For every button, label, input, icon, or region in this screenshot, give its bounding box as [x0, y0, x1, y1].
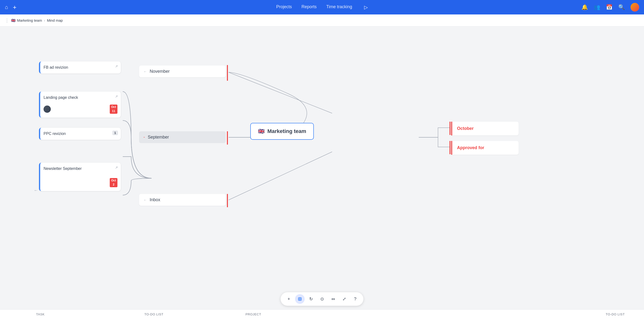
- toolbar-fullscreen[interactable]: ⤢: [339, 294, 349, 304]
- play-icon[interactable]: ▷: [364, 4, 368, 10]
- fb-ad-arrow[interactable]: ↗: [115, 64, 118, 68]
- september-node[interactable]: - September: [139, 131, 226, 143]
- header-left: ⌂ +: [5, 4, 16, 11]
- team-flag: 🇬🇧: [11, 18, 16, 23]
- header-nav: Projects Reports Time tracking ▷: [276, 4, 368, 10]
- inbox-label: Inbox: [150, 197, 160, 202]
- september-dash: -: [144, 135, 145, 140]
- add-button[interactable]: +: [13, 4, 16, 11]
- label-todo1: TO-DO LIST: [144, 312, 164, 316]
- toolbar: + ↻ ⊙ ⇔ ⤢ ?: [280, 292, 364, 306]
- newsletter-footer: Oct 2: [44, 178, 118, 187]
- october-label: October: [457, 126, 474, 131]
- landing-page-avatar: [44, 106, 51, 113]
- breadcrumb-current: Mind map: [47, 18, 63, 23]
- notification-icon[interactable]: 🔔: [582, 4, 588, 10]
- approved-label: Approved for: [457, 145, 484, 150]
- newsletter-title: Newsletter September: [44, 166, 118, 171]
- inbox-node[interactable]: ← Inbox: [139, 194, 226, 206]
- breadcrumb-separator: ›: [44, 19, 45, 23]
- landing-page-arrow[interactable]: ↗: [115, 94, 118, 98]
- toolbar-redo[interactable]: ↻: [306, 294, 316, 304]
- nav-time-tracking[interactable]: Time tracking: [326, 4, 352, 10]
- november-back-arrow: ←: [144, 70, 147, 74]
- newsletter-card[interactable]: ↗ Newsletter September Oct 2: [39, 163, 121, 191]
- ppc-card[interactable]: PPC revizion 1: [39, 128, 121, 140]
- landing-page-footer: Oct 11: [44, 105, 118, 114]
- breadcrumb: ⋮ 🇬🇧 Marketing team › Mind map: [0, 15, 644, 27]
- september-label: September: [148, 135, 169, 140]
- landing-page-title: Landing page check: [44, 95, 118, 100]
- november-label: November: [150, 69, 170, 74]
- toolbar-cursor[interactable]: [295, 294, 305, 304]
- fb-ad-card[interactable]: ↗ FB ad revizion: [39, 62, 121, 74]
- toolbar-target[interactable]: ⊙: [317, 294, 327, 304]
- newsletter-arrow[interactable]: ↗: [115, 166, 118, 169]
- label-project: PROJECT: [246, 312, 261, 316]
- toolbar-help[interactable]: ?: [350, 294, 360, 304]
- header-right: 🔔 👥 📅 🔍: [582, 3, 639, 12]
- landing-page-card[interactable]: ↗ Landing page check Oct 11: [39, 92, 121, 118]
- calendar-icon[interactable]: 📅: [606, 4, 612, 10]
- label-task: TASK: [36, 312, 45, 316]
- toolbar-add[interactable]: +: [284, 294, 294, 304]
- breadcrumb-menu[interactable]: ⋮: [5, 18, 9, 23]
- october-node[interactable]: October: [451, 122, 518, 135]
- mind-map-canvas[interactable]: ↗ FB ad revizion ↗ Landing page check Oc…: [0, 27, 644, 309]
- center-title: Marketing team: [267, 128, 306, 134]
- label-todo2: TO-DO LIST: [606, 312, 625, 316]
- home-icon[interactable]: ⌂: [5, 4, 8, 10]
- landing-page-badge: Oct 11: [110, 105, 118, 114]
- november-node[interactable]: ← November: [139, 66, 226, 77]
- nav-reports[interactable]: Reports: [302, 4, 317, 10]
- search-icon[interactable]: 🔍: [618, 4, 625, 10]
- bottom-labels: TASK TO-DO LIST PROJECT TO-DO LIST: [0, 309, 644, 319]
- breadcrumb-team[interactable]: 🇬🇧 Marketing team: [11, 18, 42, 23]
- center-flag: 🇬🇧: [258, 128, 264, 134]
- newsletter-badge: Oct 2: [110, 178, 118, 187]
- fb-ad-title: FB ad revizion: [44, 65, 118, 70]
- user-avatar[interactable]: [630, 3, 639, 12]
- approved-node[interactable]: Approved for: [451, 141, 518, 155]
- center-node[interactable]: 🇬🇧 Marketing team: [250, 123, 314, 140]
- header: ⌂ + Projects Reports Time tracking ▷ 🔔 👥…: [0, 0, 644, 15]
- back-arrow-left[interactable]: ←: [34, 188, 38, 193]
- people-icon[interactable]: 👥: [594, 4, 600, 10]
- nav-projects[interactable]: Projects: [276, 4, 292, 10]
- inbox-back-arrow: ←: [144, 198, 147, 202]
- ppc-title: PPC revizion: [44, 132, 118, 136]
- toolbar-expand[interactable]: ⇔: [328, 294, 338, 304]
- ppc-count: 1: [112, 131, 118, 135]
